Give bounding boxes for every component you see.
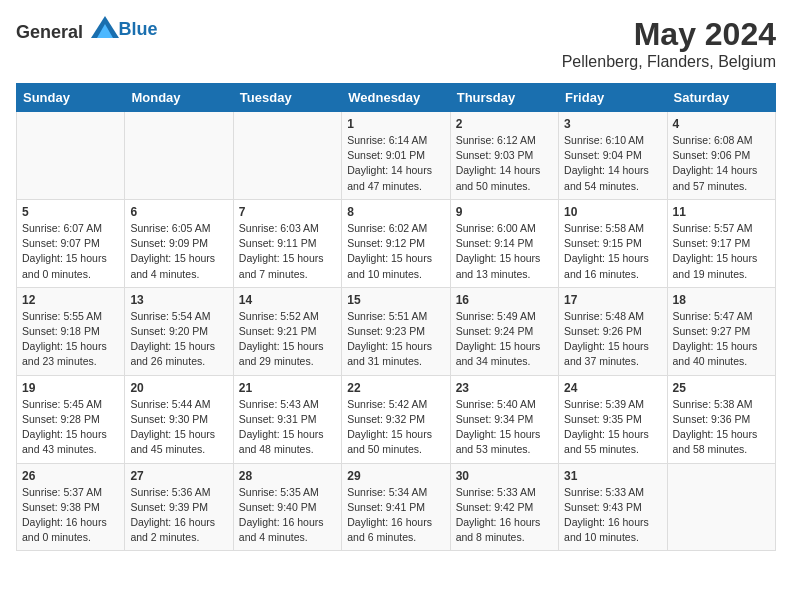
calendar-row-3: 12Sunrise: 5:55 AMSunset: 9:18 PMDayligh… [17, 287, 776, 375]
day-number: 12 [22, 293, 119, 307]
day-info: Sunrise: 5:48 AMSunset: 9:26 PMDaylight:… [564, 309, 661, 370]
day-number: 31 [564, 469, 661, 483]
day-number: 7 [239, 205, 336, 219]
day-number: 14 [239, 293, 336, 307]
logo: General Blue [16, 16, 158, 43]
weekday-header-sunday: Sunday [17, 84, 125, 112]
day-info: Sunrise: 5:52 AMSunset: 9:21 PMDaylight:… [239, 309, 336, 370]
day-number: 3 [564, 117, 661, 131]
calendar-cell: 1Sunrise: 6:14 AMSunset: 9:01 PMDaylight… [342, 112, 450, 200]
calendar-cell: 14Sunrise: 5:52 AMSunset: 9:21 PMDayligh… [233, 287, 341, 375]
day-info: Sunrise: 5:42 AMSunset: 9:32 PMDaylight:… [347, 397, 444, 458]
day-number: 1 [347, 117, 444, 131]
weekday-header-monday: Monday [125, 84, 233, 112]
day-number: 8 [347, 205, 444, 219]
calendar-cell: 28Sunrise: 5:35 AMSunset: 9:40 PMDayligh… [233, 463, 341, 551]
calendar-cell: 7Sunrise: 6:03 AMSunset: 9:11 PMDaylight… [233, 199, 341, 287]
day-number: 4 [673, 117, 770, 131]
weekday-header-wednesday: Wednesday [342, 84, 450, 112]
day-info: Sunrise: 5:57 AMSunset: 9:17 PMDaylight:… [673, 221, 770, 282]
calendar-cell: 24Sunrise: 5:39 AMSunset: 9:35 PMDayligh… [559, 375, 667, 463]
calendar-cell: 4Sunrise: 6:08 AMSunset: 9:06 PMDaylight… [667, 112, 775, 200]
weekday-header-thursday: Thursday [450, 84, 558, 112]
day-info: Sunrise: 5:39 AMSunset: 9:35 PMDaylight:… [564, 397, 661, 458]
calendar-cell [233, 112, 341, 200]
calendar-cell: 20Sunrise: 5:44 AMSunset: 9:30 PMDayligh… [125, 375, 233, 463]
calendar-cell: 26Sunrise: 5:37 AMSunset: 9:38 PMDayligh… [17, 463, 125, 551]
calendar-cell: 27Sunrise: 5:36 AMSunset: 9:39 PMDayligh… [125, 463, 233, 551]
day-info: Sunrise: 5:58 AMSunset: 9:15 PMDaylight:… [564, 221, 661, 282]
day-number: 19 [22, 381, 119, 395]
calendar-cell: 8Sunrise: 6:02 AMSunset: 9:12 PMDaylight… [342, 199, 450, 287]
day-number: 29 [347, 469, 444, 483]
logo-general-text: General [16, 22, 83, 42]
day-info: Sunrise: 5:49 AMSunset: 9:24 PMDaylight:… [456, 309, 553, 370]
day-number: 22 [347, 381, 444, 395]
day-number: 27 [130, 469, 227, 483]
location-title: Pellenberg, Flanders, Belgium [562, 53, 776, 71]
day-number: 28 [239, 469, 336, 483]
day-number: 24 [564, 381, 661, 395]
weekday-header-saturday: Saturday [667, 84, 775, 112]
calendar-row-4: 19Sunrise: 5:45 AMSunset: 9:28 PMDayligh… [17, 375, 776, 463]
calendar-cell: 9Sunrise: 6:00 AMSunset: 9:14 PMDaylight… [450, 199, 558, 287]
logo-icon [91, 16, 119, 38]
day-info: Sunrise: 6:02 AMSunset: 9:12 PMDaylight:… [347, 221, 444, 282]
calendar-cell: 6Sunrise: 6:05 AMSunset: 9:09 PMDaylight… [125, 199, 233, 287]
day-number: 23 [456, 381, 553, 395]
calendar-cell [667, 463, 775, 551]
day-number: 9 [456, 205, 553, 219]
month-title: May 2024 [562, 16, 776, 53]
day-info: Sunrise: 6:05 AMSunset: 9:09 PMDaylight:… [130, 221, 227, 282]
calendar-cell: 30Sunrise: 5:33 AMSunset: 9:42 PMDayligh… [450, 463, 558, 551]
calendar-table: SundayMondayTuesdayWednesdayThursdayFrid… [16, 83, 776, 551]
day-info: Sunrise: 6:00 AMSunset: 9:14 PMDaylight:… [456, 221, 553, 282]
calendar-cell: 11Sunrise: 5:57 AMSunset: 9:17 PMDayligh… [667, 199, 775, 287]
weekday-header-row: SundayMondayTuesdayWednesdayThursdayFrid… [17, 84, 776, 112]
day-number: 18 [673, 293, 770, 307]
day-number: 15 [347, 293, 444, 307]
calendar-cell: 2Sunrise: 6:12 AMSunset: 9:03 PMDaylight… [450, 112, 558, 200]
day-info: Sunrise: 6:07 AMSunset: 9:07 PMDaylight:… [22, 221, 119, 282]
calendar-cell: 29Sunrise: 5:34 AMSunset: 9:41 PMDayligh… [342, 463, 450, 551]
calendar-cell [125, 112, 233, 200]
day-number: 11 [673, 205, 770, 219]
day-info: Sunrise: 6:14 AMSunset: 9:01 PMDaylight:… [347, 133, 444, 194]
day-info: Sunrise: 5:37 AMSunset: 9:38 PMDaylight:… [22, 485, 119, 546]
day-info: Sunrise: 5:36 AMSunset: 9:39 PMDaylight:… [130, 485, 227, 546]
weekday-header-tuesday: Tuesday [233, 84, 341, 112]
day-number: 16 [456, 293, 553, 307]
day-info: Sunrise: 6:08 AMSunset: 9:06 PMDaylight:… [673, 133, 770, 194]
calendar-row-2: 5Sunrise: 6:07 AMSunset: 9:07 PMDaylight… [17, 199, 776, 287]
day-info: Sunrise: 5:47 AMSunset: 9:27 PMDaylight:… [673, 309, 770, 370]
calendar-cell: 10Sunrise: 5:58 AMSunset: 9:15 PMDayligh… [559, 199, 667, 287]
calendar-cell: 31Sunrise: 5:33 AMSunset: 9:43 PMDayligh… [559, 463, 667, 551]
day-info: Sunrise: 5:33 AMSunset: 9:43 PMDaylight:… [564, 485, 661, 546]
calendar-cell: 15Sunrise: 5:51 AMSunset: 9:23 PMDayligh… [342, 287, 450, 375]
calendar-cell: 17Sunrise: 5:48 AMSunset: 9:26 PMDayligh… [559, 287, 667, 375]
day-number: 20 [130, 381, 227, 395]
calendar-cell: 19Sunrise: 5:45 AMSunset: 9:28 PMDayligh… [17, 375, 125, 463]
day-number: 13 [130, 293, 227, 307]
day-number: 25 [673, 381, 770, 395]
calendar-cell [17, 112, 125, 200]
day-number: 17 [564, 293, 661, 307]
day-info: Sunrise: 5:55 AMSunset: 9:18 PMDaylight:… [22, 309, 119, 370]
calendar-cell: 16Sunrise: 5:49 AMSunset: 9:24 PMDayligh… [450, 287, 558, 375]
day-number: 26 [22, 469, 119, 483]
title-area: May 2024 Pellenberg, Flanders, Belgium [562, 16, 776, 71]
logo-blue-text: Blue [119, 19, 158, 39]
day-number: 6 [130, 205, 227, 219]
day-info: Sunrise: 5:51 AMSunset: 9:23 PMDaylight:… [347, 309, 444, 370]
day-number: 5 [22, 205, 119, 219]
day-info: Sunrise: 5:45 AMSunset: 9:28 PMDaylight:… [22, 397, 119, 458]
day-info: Sunrise: 6:12 AMSunset: 9:03 PMDaylight:… [456, 133, 553, 194]
day-number: 10 [564, 205, 661, 219]
calendar-cell: 3Sunrise: 6:10 AMSunset: 9:04 PMDaylight… [559, 112, 667, 200]
day-info: Sunrise: 5:38 AMSunset: 9:36 PMDaylight:… [673, 397, 770, 458]
calendar-cell: 5Sunrise: 6:07 AMSunset: 9:07 PMDaylight… [17, 199, 125, 287]
calendar-cell: 25Sunrise: 5:38 AMSunset: 9:36 PMDayligh… [667, 375, 775, 463]
day-info: Sunrise: 6:03 AMSunset: 9:11 PMDaylight:… [239, 221, 336, 282]
day-info: Sunrise: 5:44 AMSunset: 9:30 PMDaylight:… [130, 397, 227, 458]
calendar-cell: 23Sunrise: 5:40 AMSunset: 9:34 PMDayligh… [450, 375, 558, 463]
